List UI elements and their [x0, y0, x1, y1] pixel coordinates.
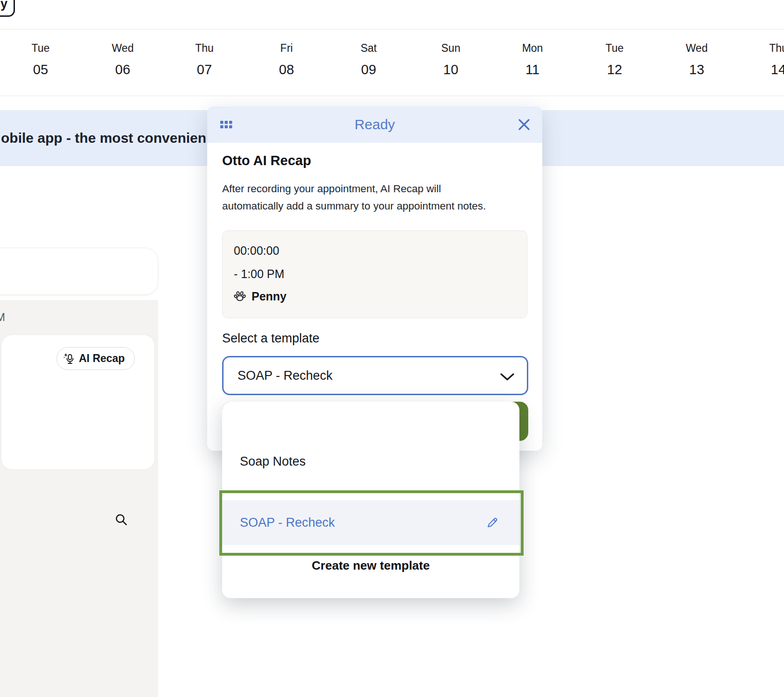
patient-row: Penny — [234, 290, 287, 303]
header-divider-bottom — [0, 96, 784, 96]
header-divider-top — [0, 29, 784, 29]
today-button[interactable]: y — [0, 0, 15, 17]
search-card[interactable] — [0, 248, 158, 295]
recording-timer: 00:00:00 — [234, 244, 279, 258]
day-column-wed-13[interactable]: Wed13 — [669, 41, 725, 78]
ai-recap-modal: Ready Otto AI Recap After recording your… — [207, 106, 542, 451]
patient-name: Penny — [252, 290, 287, 303]
day-column-tue-12[interactable]: Tue12 — [587, 41, 643, 78]
modal-description: After recording your appointment, AI Rec… — [222, 180, 486, 215]
search-icon[interactable] — [114, 513, 128, 527]
ai-recap-chip-label: AI Recap — [79, 352, 125, 365]
ai-recap-chip[interactable]: AI Recap — [56, 347, 135, 370]
modal-title: Otto AI Recap — [222, 153, 311, 168]
status-badge: Ready — [207, 106, 542, 143]
paw-icon — [234, 291, 246, 303]
page: { "colors": { "accent_blue": "#4d74c5", … — [0, 0, 784, 697]
time-axis-label: M — [0, 311, 5, 324]
today-button-label: y — [0, 0, 7, 11]
template-select-value: SOAP - Recheck — [238, 369, 333, 383]
create-new-template-button[interactable]: Create new template — [222, 558, 519, 573]
template-dropdown-menu: Soap Notes Appointment Summary SOAP - Re… — [222, 402, 519, 598]
appointment-card[interactable]: AI Recap — [1, 335, 155, 470]
appointment-end-time: - 1:00 PM — [234, 267, 284, 281]
template-select[interactable]: SOAP - Recheck — [222, 356, 528, 395]
day-column-thu-14[interactable]: Thu14 — [750, 41, 784, 78]
modal-description-line1: After recording your appointment, AI Rec… — [222, 180, 486, 197]
close-icon[interactable] — [517, 118, 531, 132]
day-column-sat-09[interactable]: Sat09 — [341, 41, 397, 78]
template-option-soap-notes[interactable]: Soap Notes — [240, 454, 306, 469]
announcement-banner-text: obile app - the most convenien — [1, 110, 206, 166]
day-column-sun-10[interactable]: Sun10 — [423, 41, 479, 78]
edit-pencil-icon[interactable] — [486, 516, 499, 529]
chevron-down-icon — [500, 373, 515, 381]
template-option-soap-recheck-label: SOAP - Recheck — [240, 516, 335, 530]
template-option-soap-recheck[interactable]: SOAP - Recheck — [222, 500, 519, 545]
modal-description-line2: automatically add a summary to your appo… — [222, 197, 486, 215]
day-column-thu-07[interactable]: Thu07 — [176, 41, 232, 78]
template-select-label: Select a template — [222, 331, 320, 346]
day-column-fri-08[interactable]: Fri08 — [259, 41, 315, 78]
appointment-info-card: 00:00:00 - 1:00 PM Penny — [222, 230, 527, 318]
day-column-mon-11[interactable]: Mon11 — [504, 41, 560, 78]
day-column-tue-05[interactable]: Tue05 — [13, 41, 69, 78]
day-column-wed-06[interactable]: Wed06 — [95, 41, 151, 78]
ai-recap-mic-icon — [63, 353, 75, 365]
